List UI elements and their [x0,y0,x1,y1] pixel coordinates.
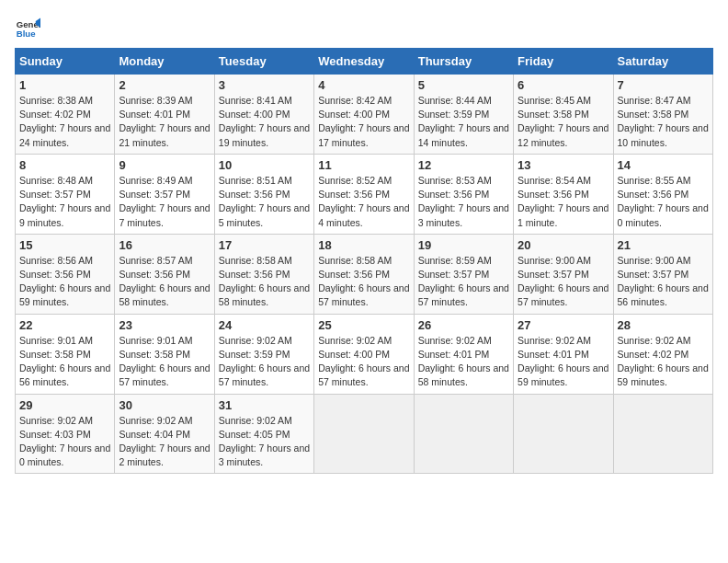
calendar-week-row: 8Sunrise: 8:48 AMSunset: 3:57 PMDaylight… [16,154,713,234]
day-number: 10 [219,158,310,172]
day-number: 26 [418,318,509,332]
calendar-cell: 13Sunrise: 8:54 AMSunset: 3:56 PMDayligh… [514,154,613,234]
calendar-cell: 10Sunrise: 8:51 AMSunset: 3:56 PMDayligh… [214,154,313,234]
day-number: 5 [418,78,509,92]
calendar-cell: 15Sunrise: 8:56 AMSunset: 3:56 PMDayligh… [16,234,115,314]
day-info: Sunrise: 9:02 AMSunset: 3:59 PMDaylight:… [219,334,310,390]
day-info: Sunrise: 8:48 AMSunset: 3:57 PMDaylight:… [19,174,110,230]
calendar-table: SundayMondayTuesdayWednesdayThursdayFrid… [15,48,713,474]
day-info: Sunrise: 8:55 AMSunset: 3:56 PMDaylight:… [618,174,709,230]
day-info: Sunrise: 8:41 AMSunset: 4:00 PMDaylight:… [219,94,310,150]
day-info: Sunrise: 8:57 AMSunset: 3:56 PMDaylight:… [119,254,210,310]
day-info: Sunrise: 8:45 AMSunset: 3:58 PMDaylight:… [518,94,609,150]
calendar-cell: 8Sunrise: 8:48 AMSunset: 3:57 PMDaylight… [16,154,115,234]
day-number: 28 [618,318,709,332]
day-number: 12 [418,158,509,172]
calendar-cell [314,394,414,474]
day-number: 19 [418,238,509,252]
day-info: Sunrise: 8:51 AMSunset: 3:56 PMDaylight:… [219,174,310,230]
day-number: 16 [119,238,210,252]
day-number: 30 [119,398,210,412]
calendar-cell: 11Sunrise: 8:52 AMSunset: 3:56 PMDayligh… [314,154,414,234]
day-number: 2 [119,78,210,92]
calendar-cell: 26Sunrise: 9:02 AMSunset: 4:01 PMDayligh… [414,314,513,394]
day-info: Sunrise: 8:39 AMSunset: 4:01 PMDaylight:… [119,94,210,150]
calendar-cell: 3Sunrise: 8:41 AMSunset: 4:00 PMDaylight… [214,75,313,155]
day-info: Sunrise: 9:00 AMSunset: 3:57 PMDaylight:… [518,254,609,310]
day-info: Sunrise: 8:52 AMSunset: 3:56 PMDaylight:… [318,174,409,230]
day-number: 11 [318,158,409,172]
day-info: Sunrise: 9:02 AMSunset: 4:05 PMDaylight:… [219,414,310,470]
day-number: 29 [19,398,110,412]
day-number: 23 [119,318,210,332]
day-number: 7 [618,78,709,92]
day-number: 20 [518,238,609,252]
calendar-cell: 21Sunrise: 9:00 AMSunset: 3:57 PMDayligh… [613,234,712,314]
calendar-cell: 12Sunrise: 8:53 AMSunset: 3:56 PMDayligh… [414,154,513,234]
calendar-week-row: 29Sunrise: 9:02 AMSunset: 4:03 PMDayligh… [16,394,713,474]
header-friday: Friday [514,49,613,75]
day-info: Sunrise: 8:47 AMSunset: 3:58 PMDaylight:… [618,94,709,150]
calendar-cell [613,394,712,474]
header-monday: Monday [115,49,214,75]
calendar-cell: 1Sunrise: 8:38 AMSunset: 4:02 PMDaylight… [16,75,115,155]
calendar-cell: 23Sunrise: 9:01 AMSunset: 3:58 PMDayligh… [115,314,214,394]
header-wednesday: Wednesday [314,49,414,75]
calendar-cell: 18Sunrise: 8:58 AMSunset: 3:56 PMDayligh… [314,234,414,314]
calendar-cell: 27Sunrise: 9:02 AMSunset: 4:01 PMDayligh… [514,314,613,394]
calendar-cell: 5Sunrise: 8:44 AMSunset: 3:59 PMDaylight… [414,75,513,155]
header-sunday: Sunday [16,49,115,75]
day-number: 9 [119,158,210,172]
calendar-week-row: 22Sunrise: 9:01 AMSunset: 3:58 PMDayligh… [16,314,713,394]
day-number: 3 [219,78,310,92]
day-info: Sunrise: 8:54 AMSunset: 3:56 PMDaylight:… [518,174,609,230]
calendar-cell: 22Sunrise: 9:01 AMSunset: 3:58 PMDayligh… [16,314,115,394]
calendar-cell: 29Sunrise: 9:02 AMSunset: 4:03 PMDayligh… [16,394,115,474]
day-info: Sunrise: 9:02 AMSunset: 4:01 PMDaylight:… [518,334,609,390]
calendar-cell: 19Sunrise: 8:59 AMSunset: 3:57 PMDayligh… [414,234,513,314]
day-number: 8 [19,158,110,172]
day-info: Sunrise: 9:02 AMSunset: 4:01 PMDaylight:… [418,334,509,390]
svg-text:Blue: Blue [17,29,36,39]
header-thursday: Thursday [414,49,513,75]
page-header: General Blue [15,15,713,40]
day-info: Sunrise: 9:02 AMSunset: 4:00 PMDaylight:… [318,334,409,390]
day-number: 22 [19,318,110,332]
logo-icon: General Blue [15,15,40,40]
day-info: Sunrise: 8:56 AMSunset: 3:56 PMDaylight:… [19,254,110,310]
calendar-header-row: SundayMondayTuesdayWednesdayThursdayFrid… [16,49,713,75]
day-info: Sunrise: 8:44 AMSunset: 3:59 PMDaylight:… [418,94,509,150]
day-info: Sunrise: 9:01 AMSunset: 3:58 PMDaylight:… [119,334,210,390]
day-number: 31 [219,398,310,412]
calendar-cell: 31Sunrise: 9:02 AMSunset: 4:05 PMDayligh… [214,394,313,474]
day-info: Sunrise: 9:02 AMSunset: 4:03 PMDaylight:… [19,414,110,470]
calendar-week-row: 1Sunrise: 8:38 AMSunset: 4:02 PMDaylight… [16,75,713,155]
day-info: Sunrise: 9:02 AMSunset: 4:04 PMDaylight:… [119,414,210,470]
calendar-cell: 25Sunrise: 9:02 AMSunset: 4:00 PMDayligh… [314,314,414,394]
calendar-cell: 24Sunrise: 9:02 AMSunset: 3:59 PMDayligh… [214,314,313,394]
day-info: Sunrise: 8:58 AMSunset: 3:56 PMDaylight:… [318,254,409,310]
day-number: 1 [19,78,110,92]
header-tuesday: Tuesday [214,49,313,75]
calendar-cell: 2Sunrise: 8:39 AMSunset: 4:01 PMDaylight… [115,75,214,155]
day-number: 6 [518,78,609,92]
day-number: 24 [219,318,310,332]
calendar-cell: 6Sunrise: 8:45 AMSunset: 3:58 PMDaylight… [514,75,613,155]
header-saturday: Saturday [613,49,712,75]
day-number: 13 [518,158,609,172]
day-number: 25 [318,318,409,332]
calendar-cell: 14Sunrise: 8:55 AMSunset: 3:56 PMDayligh… [613,154,712,234]
day-info: Sunrise: 8:59 AMSunset: 3:57 PMDaylight:… [418,254,509,310]
day-info: Sunrise: 9:00 AMSunset: 3:57 PMDaylight:… [618,254,709,310]
logo: General Blue [15,15,40,40]
day-info: Sunrise: 8:42 AMSunset: 4:00 PMDaylight:… [318,94,409,150]
day-number: 15 [19,238,110,252]
calendar-week-row: 15Sunrise: 8:56 AMSunset: 3:56 PMDayligh… [16,234,713,314]
calendar-cell: 20Sunrise: 9:00 AMSunset: 3:57 PMDayligh… [514,234,613,314]
day-number: 18 [318,238,409,252]
day-number: 27 [518,318,609,332]
day-number: 14 [618,158,709,172]
calendar-cell: 28Sunrise: 9:02 AMSunset: 4:02 PMDayligh… [613,314,712,394]
day-info: Sunrise: 8:53 AMSunset: 3:56 PMDaylight:… [418,174,509,230]
calendar-cell: 17Sunrise: 8:58 AMSunset: 3:56 PMDayligh… [214,234,313,314]
